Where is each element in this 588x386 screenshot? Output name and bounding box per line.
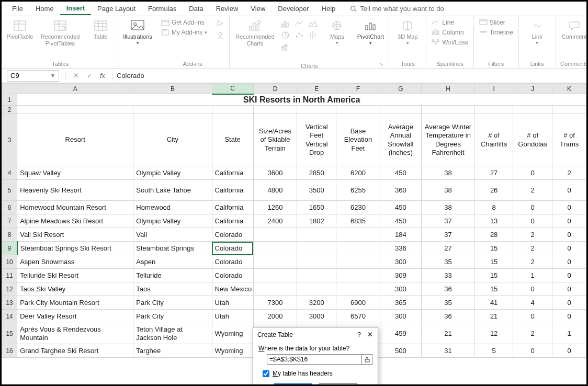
- cell[interactable]: Targhee: [133, 344, 212, 358]
- cell[interactable]: Vail Ski Resort: [17, 228, 133, 242]
- cell[interactable]: 38: [421, 180, 474, 201]
- cell[interactable]: 0: [552, 255, 586, 269]
- cell[interactable]: 300: [380, 255, 421, 269]
- table-header[interactable]: Average Annual Snowfall (inches): [380, 114, 421, 166]
- cell[interactable]: 0: [513, 201, 552, 214]
- cell[interactable]: 0: [513, 310, 552, 323]
- cell[interactable]: 2: [513, 255, 552, 269]
- cell[interactable]: 2400: [253, 214, 297, 228]
- cell[interactable]: 27: [475, 166, 513, 180]
- cell[interactable]: 6835: [336, 214, 380, 228]
- cell[interactable]: Teton Village at Jackson Hole: [133, 323, 212, 344]
- col-header-H[interactable]: H: [421, 84, 474, 94]
- row-header-5[interactable]: 5: [2, 180, 17, 201]
- cell[interactable]: 2: [552, 166, 586, 180]
- cell[interactable]: Après Vous & Rendezvous Mountain: [17, 323, 133, 344]
- col-header-D[interactable]: D: [253, 84, 297, 94]
- cell[interactable]: 336: [380, 242, 421, 255]
- cell[interactable]: 0: [513, 214, 552, 228]
- cell[interactable]: [297, 242, 336, 255]
- cell[interactable]: Heavenly Ski Resort: [17, 180, 133, 201]
- link-button[interactable]: Link ▾: [522, 18, 552, 47]
- row-header-14[interactable]: 14: [2, 310, 17, 323]
- range-input[interactable]: [267, 354, 362, 365]
- cell[interactable]: [297, 228, 336, 242]
- cell[interactable]: 0: [513, 166, 552, 180]
- tab-formulas[interactable]: Formulas: [142, 3, 183, 15]
- col-header-G[interactable]: G: [380, 84, 421, 94]
- cell[interactable]: New Mexico: [212, 282, 253, 296]
- row-header-3[interactable]: 3: [2, 114, 17, 166]
- cell[interactable]: 0: [513, 282, 552, 296]
- stock-chart-icon[interactable]: [307, 30, 319, 40]
- cell[interactable]: 27: [421, 242, 474, 255]
- cell[interactable]: 309: [380, 269, 421, 282]
- cell[interactable]: 21: [475, 310, 513, 323]
- cell[interactable]: 28: [475, 228, 513, 242]
- cell[interactable]: California: [212, 180, 253, 201]
- cell[interactable]: Telluride Ski Resort: [17, 269, 133, 282]
- people-graph-icon[interactable]: [214, 30, 226, 41]
- cell[interactable]: California: [212, 214, 253, 228]
- cell[interactable]: 300: [380, 282, 421, 296]
- name-box[interactable]: C9 ▼: [7, 70, 59, 82]
- cell[interactable]: [336, 228, 380, 242]
- recommended-pivottables-button[interactable]: Recommended PivotTables: [38, 18, 82, 48]
- cell[interactable]: Deer Valley Resort: [17, 310, 133, 323]
- area-chart-icon[interactable]: [307, 18, 319, 29]
- cell[interactable]: 0: [552, 228, 586, 242]
- cell[interactable]: 33: [421, 269, 474, 282]
- row-header-12[interactable]: 12: [2, 282, 17, 296]
- cell[interactable]: 37: [421, 228, 474, 242]
- row-header-4[interactable]: 4: [2, 166, 17, 180]
- my-addins-button[interactable]: My Add-ins ▾: [159, 28, 209, 37]
- cell[interactable]: Colorado: [212, 228, 253, 242]
- cell[interactable]: Park City: [133, 296, 212, 310]
- cell[interactable]: Homewood Mountain Resort: [17, 201, 133, 214]
- combo-chart-icon[interactable]: [280, 41, 291, 52]
- table-header[interactable]: City: [133, 114, 212, 166]
- tab-file[interactable]: File: [6, 3, 29, 15]
- cell[interactable]: 26: [475, 180, 513, 201]
- cell[interactable]: [297, 269, 336, 282]
- cell[interactable]: 0: [552, 344, 586, 358]
- pivotchart-button[interactable]: PivotChart ▾: [355, 18, 386, 47]
- col-header-F[interactable]: F: [336, 84, 380, 94]
- cell[interactable]: Taos Ski Valley: [17, 282, 133, 296]
- timeline-button[interactable]: Timeline: [477, 28, 515, 37]
- cell[interactable]: Wyoming: [212, 323, 253, 344]
- cell[interactable]: 21: [421, 323, 474, 344]
- select-all-corner[interactable]: [2, 84, 17, 94]
- cell[interactable]: Utah: [212, 296, 253, 310]
- table-header[interactable]: # of Chairlifts: [475, 114, 513, 166]
- formula-input[interactable]: Colorado: [112, 70, 586, 82]
- cell[interactable]: Utah: [212, 310, 253, 323]
- cell[interactable]: [253, 269, 297, 282]
- cancel-formula-button[interactable]: ✕: [69, 72, 83, 80]
- tab-view[interactable]: View: [244, 3, 272, 15]
- cell[interactable]: 2: [513, 228, 552, 242]
- cell[interactable]: Homewood: [133, 201, 212, 214]
- cell[interactable]: 1260: [253, 201, 297, 214]
- col-header-E[interactable]: E: [297, 84, 336, 94]
- cell[interactable]: 38: [421, 201, 474, 214]
- cell[interactable]: 2: [513, 323, 552, 344]
- pivottable-button[interactable]: PivotTable: [5, 18, 35, 41]
- cell[interactable]: 450: [380, 201, 421, 214]
- sheet-title[interactable]: SKI Resorts in North America: [17, 94, 586, 106]
- tell-me-search[interactable]: Tell me what you want to do: [350, 5, 444, 13]
- cell[interactable]: 38: [421, 166, 474, 180]
- cell[interactable]: 31: [421, 344, 474, 358]
- cell[interactable]: 1650: [297, 201, 336, 214]
- cell[interactable]: 3200: [297, 296, 336, 310]
- tab-help[interactable]: Help: [315, 3, 342, 15]
- table-header[interactable]: State: [212, 114, 253, 166]
- cell[interactable]: 15: [475, 242, 513, 255]
- cell[interactable]: Olympic Valley: [133, 214, 212, 228]
- cell[interactable]: Vail: [133, 228, 212, 242]
- row-header-7[interactable]: 7: [2, 214, 17, 228]
- table-header[interactable]: # of Gondolas: [513, 114, 552, 166]
- spreadsheet-grid[interactable]: ABCDEFGHIJK1SKI Resorts in North America…: [2, 83, 586, 384]
- cell[interactable]: Aspen Snowmass: [17, 255, 133, 269]
- bar-chart-icon[interactable]: [280, 18, 291, 29]
